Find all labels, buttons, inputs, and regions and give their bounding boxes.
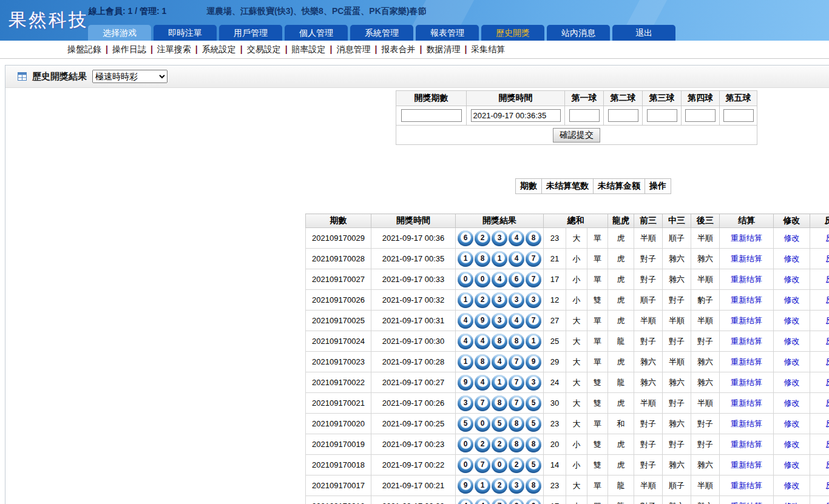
big-small-cell: 小 [566,496,587,504]
modify-link[interactable]: 修改 [784,419,800,428]
lottery-ball: 8 [526,437,541,452]
submenu-item-系統設定[interactable]: 系統設定 [202,44,236,54]
submenu-item-采集结算[interactable]: 采集结算 [471,44,505,54]
submenu-item-交易設定[interactable]: 交易設定 [247,44,281,54]
dragon-tiger-cell: 虎 [608,311,634,331]
reverse-settle-link[interactable]: 反结算 [825,398,829,408]
reverse-settle-link[interactable]: 反结算 [825,460,829,469]
reverse-settle-link[interactable]: 反结算 [825,378,829,387]
tab-选择游戏[interactable]: 选择游戏 [88,25,151,41]
modify-link[interactable]: 修改 [784,502,800,504]
modify-link[interactable]: 修改 [784,234,800,243]
lottery-ball: 7 [526,251,541,267]
sum-cell: 14 [544,455,566,475]
tab-系統管理[interactable]: 系統管理 [350,25,413,41]
result-row: 2021091700262021-09-17 00:321233312小雙虎順子… [306,290,829,311]
ball4-input[interactable] [685,109,716,122]
tab-個人管理[interactable]: 個人管理 [285,25,348,41]
reverse-settle-link[interactable]: 反结算 [825,337,829,346]
confirm-submit-button[interactable]: 確認提交 [553,128,600,143]
modify-link[interactable]: 修改 [784,275,800,284]
submenu-item-数据清理[interactable]: 数据清理 [426,44,460,54]
modify-link[interactable]: 修改 [784,337,800,346]
reverse-settle-link[interactable]: 反结算 [825,357,829,366]
reverse-settle-link[interactable]: 反结算 [825,254,829,263]
entry-header-開獎期數: 開獎期數 [396,91,467,106]
resettle-link[interactable]: 重新结算 [731,481,762,490]
lottery-ball: 1 [526,334,541,349]
resettle-link[interactable]: 重新结算 [731,378,762,387]
resettle-link[interactable]: 重新结算 [731,460,762,469]
reverse-settle-link[interactable]: 反结算 [825,481,829,490]
mid3-cell: 對子 [663,434,691,455]
result-row: 2021091700282021-09-17 00:351814721小單虎對子… [306,249,829,269]
reverse-settle-link[interactable]: 反结算 [825,419,829,428]
tab-即時注單[interactable]: 即時注單 [154,25,217,41]
modify-cell: 修改 [774,455,810,475]
resettle-link[interactable]: 重新结算 [731,398,762,408]
lottery-ball: 5 [458,416,473,432]
draw-result-cell: 94173 [456,372,544,393]
submenu-separator: | [240,44,243,54]
submenu-item-报表合并[interactable]: 报表合并 [381,44,415,54]
modify-link[interactable]: 修改 [784,398,800,408]
big-small-cell: 大 [566,331,587,352]
modify-link[interactable]: 修改 [784,440,800,449]
tab-報表管理[interactable]: 報表管理 [416,25,479,41]
reverse-settle-link[interactable]: 反结算 [825,275,829,284]
resettle-link[interactable]: 重新结算 [731,419,762,428]
lottery-ball: 4 [475,334,490,349]
submenu-item-賠率設定[interactable]: 賠率設定 [292,44,326,54]
big-small-cell: 大 [566,414,587,434]
resettle-link[interactable]: 重新结算 [731,275,762,284]
modify-link[interactable]: 修改 [784,357,800,366]
reverse-settle-link[interactable]: 反结算 [825,502,829,504]
draw-time-input[interactable] [471,109,561,122]
modify-link[interactable]: 修改 [784,295,800,304]
resettle-link[interactable]: 重新结算 [731,316,762,325]
reverse-settle-link[interactable]: 反结算 [825,234,829,243]
draw-time-cell: 2021-09-17 00:28 [371,352,456,372]
ball1-input[interactable] [569,109,600,122]
front3-cell: 半順 [634,311,663,331]
ball2-input[interactable] [608,109,638,122]
submenu-item-注單搜索[interactable]: 注單搜索 [157,44,191,54]
ball5-input[interactable] [723,109,754,122]
resettle-link[interactable]: 重新结算 [731,357,762,366]
lottery-ball: 4 [492,272,507,287]
tab-站內消息[interactable]: 站內消息 [547,25,610,41]
period-input[interactable] [401,109,462,122]
reverse-settle-cell: 反结算 [810,331,829,352]
modify-link[interactable]: 修改 [784,378,800,387]
resettle-link[interactable]: 重新结算 [731,502,762,504]
submenu-item-消息管理[interactable]: 消息管理 [337,44,371,54]
resettle-link[interactable]: 重新结算 [731,337,762,346]
period-cell: 202109170023 [306,352,371,372]
tab-歷史開獎[interactable]: 歷史開獎 [481,25,544,41]
submenu-item-操作日誌[interactable]: 操作日誌 [112,44,146,54]
submenu-item-操盤記錄[interactable]: 操盤記錄 [67,44,101,54]
reverse-settle-link[interactable]: 反结算 [825,316,829,325]
modify-link[interactable]: 修改 [784,460,800,469]
submenu-separator: | [419,44,422,54]
reverse-settle-link[interactable]: 反结算 [825,295,829,304]
game-select[interactable]: 極速時時彩 [92,70,167,83]
lottery-balls: 91238 [456,478,543,494]
resettle-link[interactable]: 重新结算 [731,440,762,449]
back3-cell: 雜六 [691,372,720,393]
resettle-link[interactable]: 重新结算 [731,254,762,263]
modify-link[interactable]: 修改 [784,481,800,490]
modify-link[interactable]: 修改 [784,254,800,263]
lottery-ball: 4 [509,313,524,329]
lottery-ball: 2 [475,437,490,452]
sum-cell: 21 [544,249,566,269]
modify-link[interactable]: 修改 [784,316,800,325]
mid3-cell: 雜六 [663,249,691,269]
resettle-link[interactable]: 重新结算 [731,234,762,243]
tab-用戶管理[interactable]: 用戶管理 [219,25,282,41]
resettle-link[interactable]: 重新结算 [731,295,762,304]
reverse-settle-link[interactable]: 反结算 [825,440,829,449]
ball3-input[interactable] [647,109,677,122]
big-small-cell: 小 [566,249,587,269]
tab-退出[interactable]: 退出 [612,25,675,41]
